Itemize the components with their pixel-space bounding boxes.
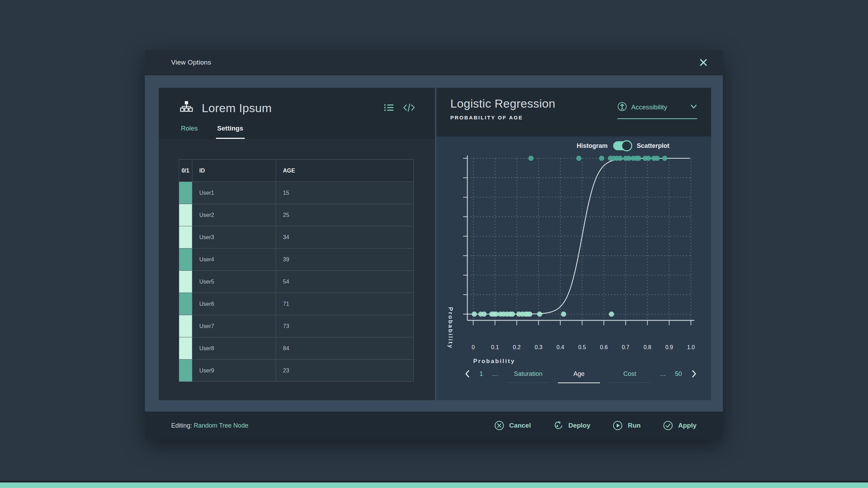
svg-text:0.9: 0.9 [665,344,673,350]
svg-text:0.8: 0.8 [643,344,651,350]
apply-button[interactable]: Apply [663,420,696,431]
histogram-scatterplot-toggle[interactable] [613,141,631,150]
age-cell: 71 [276,293,414,315]
id-cell: User4 [192,249,276,271]
list-icon[interactable] [384,102,394,114]
table-row[interactable]: User671 [179,293,414,315]
age-cell: 73 [276,315,414,337]
editing-status: Editing: Random Tree Node [171,422,248,429]
age-cell: 34 [276,226,414,249]
indicator-cell [179,249,192,271]
age-cell: 25 [276,204,414,226]
check-circle-icon [663,420,673,431]
indicator-cell [179,293,192,315]
indicator-cell [179,204,192,226]
editing-label: Editing: [171,422,192,429]
page-tab-cost[interactable]: Cost [609,368,651,383]
id-cell: User8 [192,337,276,360]
svg-text:0.4: 0.4 [557,344,564,350]
table-row[interactable]: User773 [179,315,414,337]
play-circle-icon [612,420,623,431]
svg-text:0.5: 0.5 [578,344,586,350]
code-icon[interactable] [403,102,415,114]
indicator-cell [179,315,192,337]
close-icon[interactable] [698,57,709,68]
chevron-right-icon[interactable] [691,368,697,379]
id-cell: User9 [192,360,276,382]
plot-type-toggle-row: Histogram Scatterplot [577,141,669,150]
modal-title: View Options [171,59,211,66]
scatter-plot: 00.10.20.30.40.50.60.70.80.91.0Probabili… [441,153,715,368]
col-header-id: ID [192,160,276,182]
svg-text:0: 0 [472,344,475,350]
deploy-icon [553,420,564,431]
svg-text:1.0: 1.0 [687,344,695,350]
modal-body: Lorem Ipsum [159,88,711,400]
bottom-accent-bar [0,482,868,488]
table-row[interactable]: User115 [179,182,414,204]
left-panel-tabs: Roles Settings [180,125,245,139]
table-body: User115User225User334User439User554User6… [179,182,414,382]
age-cell: 15 [276,182,414,204]
toggle-knob [621,140,632,151]
logistic-regression-panel: Logistic Regression PROBABILITY OF AGE A… [436,88,711,400]
indicator-cell [179,182,192,204]
dropdown-label: Accessibility [631,103,667,111]
id-cell: User3 [192,226,276,249]
app-background: View Options [0,0,868,488]
age-cell: 23 [276,360,414,382]
page-last[interactable]: 50 [675,368,682,378]
page-tab-age[interactable]: Age [558,368,600,383]
table-header: 0/1 ID AGE [179,160,414,182]
tab-settings[interactable]: Settings [216,125,245,139]
age-cell: 54 [276,271,414,293]
id-cell: User7 [192,315,276,337]
table-row[interactable]: User439 [179,249,414,271]
accessibility-dropdown[interactable]: Accessibility [617,102,697,119]
right-panel-header: Logistic Regression PROBABILITY OF AGE A… [436,88,711,136]
toggle-left-label: Histogram [577,142,608,150]
svg-text:0.6: 0.6 [600,344,608,350]
age-cell: 84 [276,337,414,360]
modal-header: View Options [145,50,723,75]
id-cell: User1 [192,182,276,204]
cancel-button[interactable]: Cancel [494,420,531,431]
chevron-down-icon [690,104,697,110]
x-circle-icon [494,420,504,431]
view-options-modal: View Options [145,50,723,439]
run-button[interactable]: Run [612,420,641,431]
tree-icon [180,100,193,116]
age-cell: 39 [276,249,414,271]
chevron-left-icon[interactable] [464,368,470,379]
page-tab-saturation[interactable]: Saturation [507,368,549,383]
indicator-cell [179,226,192,249]
id-cell: User2 [192,204,276,226]
modal-footer: Editing: Random Tree Node Cancel [145,412,723,439]
indicator-cell [179,337,192,360]
svg-text:0.7: 0.7 [622,344,629,350]
x-axis-label: Probability [473,358,515,364]
table-row[interactable]: User554 [179,271,414,293]
left-panel-header: Lorem Ipsum [159,88,435,139]
col-header-age: AGE [276,160,414,182]
page-first[interactable]: 1 [479,368,483,378]
table-row[interactable]: User884 [179,337,414,360]
toggle-right-label: Scatterplot [637,142,669,150]
indicator-cell [179,360,192,382]
y-axis-label: Probability [447,307,454,349]
chart-area: Histogram Scatterplot 00.10.20.30.40.50.… [436,136,711,400]
footer-actions: Cancel Deploy Run [494,420,696,431]
left-panel-body: 0/1 ID AGE User115User225User334User439U… [159,139,435,400]
tab-roles[interactable]: Roles [180,125,199,139]
deploy-button[interactable]: Deploy [553,420,590,431]
table-row[interactable]: User923 [179,360,414,382]
svg-text:0.2: 0.2 [513,344,520,350]
editing-value: Random Tree Node [194,422,248,429]
ellipsis-right: … [660,368,666,378]
table-row[interactable]: User334 [179,226,414,249]
indicator-cell [179,271,192,293]
id-cell: User5 [192,271,276,293]
lorem-ipsum-panel: Lorem Ipsum [159,88,435,400]
accessibility-icon [617,102,627,113]
table-row[interactable]: User225 [179,204,414,226]
